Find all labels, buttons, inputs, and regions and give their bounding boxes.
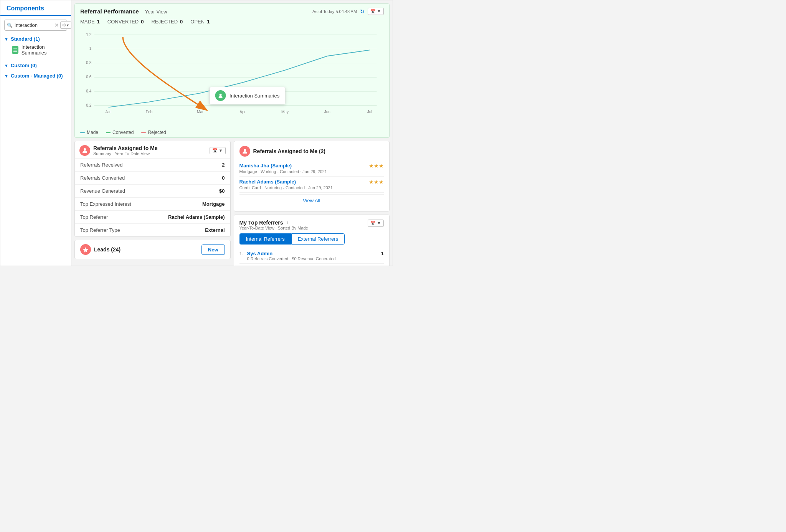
search-input[interactable] — [15, 22, 53, 28]
custom-section-header[interactable]: ▼ Custom (0) — [4, 63, 67, 68]
chart-stat-made: MADE 1 — [80, 19, 100, 25]
svg-text:0.6: 0.6 — [86, 75, 91, 79]
leads-card: Leads (24) New — [74, 240, 231, 259]
clear-icon[interactable]: ✕ — [54, 22, 59, 28]
referrals-card-title-row: Referrals Assigned to Me (2) — [239, 146, 326, 157]
panel-right: Referrals Assigned to Me (2) Manisha Jha… — [234, 141, 390, 266]
chart-stats: MADE 1 CONVERTED 0 REJECTED 0 OPEN 1 — [75, 17, 389, 28]
stats-rows: Referrals Received 2 Referrals Converted… — [75, 159, 230, 236]
referrals-assigned-card: Referrals Assigned to Me (2) Manisha Jha… — [234, 141, 390, 211]
referral-row-2: Rachel Adams (Sample) Credit Card · Nurt… — [239, 179, 384, 190]
svg-text:Mar: Mar — [197, 110, 204, 114]
legend-converted-dot — [106, 132, 111, 133]
main-content: Referral Performance Year View As of Tod… — [71, 0, 393, 266]
ref-list-name[interactable]: Sys Admin — [247, 251, 381, 256]
rejected-value: 0 — [180, 19, 183, 25]
top-ref-title: My Top Referrers ℹ — [239, 220, 308, 226]
sidebar-item-interaction-summaries[interactable]: Interaction Summaries — [4, 42, 67, 58]
person-icon — [79, 145, 90, 156]
list-item: Rachel Adams (Sample) Credit Card · Nurt… — [239, 177, 384, 193]
custom-managed-section-header[interactable]: ▼ Custom - Managed (0) — [4, 73, 67, 79]
chart-timestamp: As of Today 5:04:48 AM — [312, 9, 357, 14]
chart-legend: Made Converted Rejected — [75, 127, 389, 137]
converted-value: 0 — [141, 19, 144, 25]
standard-section-label: Standard (1) — [11, 36, 40, 42]
chart-title: Referral Performance — [80, 8, 139, 15]
legend-rejected-dot — [141, 132, 146, 133]
standard-section-header[interactable]: ▼ Standard (1) — [4, 36, 67, 42]
table-row: Top Referrer Rachel Adams (Sample) — [75, 211, 230, 224]
table-row: Revenue Generated $0 — [75, 185, 230, 198]
leads-icon — [80, 244, 91, 255]
chart-stat-rejected: REJECTED 0 — [151, 19, 183, 25]
view-all-button[interactable]: View All — [239, 194, 384, 207]
chart-area: 1.2 1 0.8 0.6 0.4 0.2 Jan Feb Mar Apr Ma… — [75, 28, 389, 127]
overlay-label: Interaction Summaries — [230, 93, 279, 99]
legend-made-dot — [80, 132, 85, 133]
sidebar: Components 🔍 ✕ ⚙ ▼ ▼ Standard (1) Intera… — [0, 0, 71, 266]
svg-text:May: May — [281, 110, 289, 114]
top-ref-calendar-button[interactable]: 📅 ▼ — [368, 220, 384, 227]
referral-stars-2: ★★★ — [369, 179, 384, 185]
table-row: Top Referrer Type External — [75, 224, 230, 236]
svg-marker-25 — [83, 247, 88, 253]
referral-stars-1: ★★★ — [369, 163, 384, 169]
referral-name-1[interactable]: Manisha Jha (Sample) — [239, 163, 327, 169]
svg-text:Feb: Feb — [146, 110, 153, 114]
rejected-label: REJECTED — [151, 19, 178, 25]
legend-rejected: Rejected — [141, 130, 166, 135]
chart-overlay: Interaction Summaries — [209, 87, 285, 104]
custom-section: ▼ Custom (0) — [0, 59, 71, 70]
chart-stat-open: OPEN 1 — [190, 19, 210, 25]
top-referrers-card: My Top Referrers ℹ Year-To-Date View · S… — [234, 215, 390, 266]
top-ref-header: My Top Referrers ℹ Year-To-Date View · S… — [239, 220, 384, 230]
top-referrer-type-label: Top Referrer Type — [80, 227, 120, 233]
leads-card-title: Leads (24) — [80, 244, 121, 255]
legend-made-label: Made — [87, 130, 98, 135]
stats-card-header: Referrals Assigned to Me Summary · Year-… — [75, 141, 230, 159]
person-icon — [239, 146, 250, 157]
standard-section: ▼ Standard (1) Interaction Summaries — [0, 33, 71, 59]
top-referrer-value: Rachel Adams (Sample) — [168, 214, 225, 220]
stats-card-calendar-button[interactable]: 📅 ▼ — [210, 147, 226, 154]
stats-card-sub: Summary · Year-To-Date View — [93, 151, 158, 156]
gear-button[interactable]: ⚙ ▼ — [60, 21, 71, 29]
svg-text:0.4: 0.4 — [86, 89, 91, 93]
calendar-button[interactable]: 📅 ▼ — [368, 8, 384, 15]
search-bar[interactable]: 🔍 ✕ ⚙ ▼ — [4, 20, 67, 31]
chart-meta: As of Today 5:04:48 AM ↻ 📅 ▼ — [312, 8, 384, 15]
chart-view-label: Year View — [145, 9, 167, 15]
tab-external-referrers[interactable]: External Referrers — [291, 233, 345, 245]
view-more-button[interactable]: View more — [239, 264, 384, 266]
referral-name-2[interactable]: Rachel Adams (Sample) — [239, 179, 333, 185]
custom-section-label: Custom (0) — [11, 63, 37, 68]
list-item: Manisha Jha (Sample) Mortgage · Working … — [239, 160, 384, 177]
referral-meta-2: Credit Card · Nurturing - Contacted · Ju… — [239, 185, 333, 190]
revenue-generated-value: $0 — [219, 188, 225, 194]
top-ref-title-label: My Top Referrers — [239, 220, 283, 226]
top-ref-sub: Year-To-Date View · Sorted By Made — [239, 226, 308, 230]
panel-left: Referrals Assigned to Me Summary · Year-… — [74, 141, 231, 266]
svg-text:Apr: Apr — [239, 110, 246, 114]
referrals-received-label: Referrals Received — [80, 162, 123, 168]
referrals-card-name: Referrals Assigned to Me (2) — [253, 148, 326, 154]
chevron-down-icon: ▼ — [4, 74, 8, 78]
stats-card: Referrals Assigned to Me Summary · Year-… — [74, 141, 231, 237]
svg-text:Jul: Jul — [367, 110, 372, 114]
ref-list-count: 1 — [381, 251, 384, 256]
sidebar-item-label: Interaction Summaries — [21, 44, 63, 56]
svg-point-24 — [84, 148, 86, 150]
made-value: 1 — [97, 19, 100, 25]
refresh-icon[interactable]: ↻ — [360, 8, 365, 15]
tab-internal-referrers[interactable]: Internal Referrers — [239, 233, 291, 245]
svg-text:0.2: 0.2 — [86, 103, 91, 107]
leads-new-button[interactable]: New — [201, 245, 225, 255]
chevron-down-icon: ▼ — [4, 63, 8, 68]
made-label: MADE — [80, 19, 95, 25]
ref-list-info: Sys Admin 0 Referrals Converted · $0 Rev… — [247, 251, 381, 261]
table-row: Top Expressed Interest Mortgage — [75, 198, 230, 211]
table-row: Referrals Received 2 — [75, 159, 230, 172]
open-label: OPEN — [190, 19, 205, 25]
svg-text:Jan: Jan — [105, 110, 111, 114]
bottom-panels: Referrals Assigned to Me Summary · Year-… — [74, 141, 390, 266]
